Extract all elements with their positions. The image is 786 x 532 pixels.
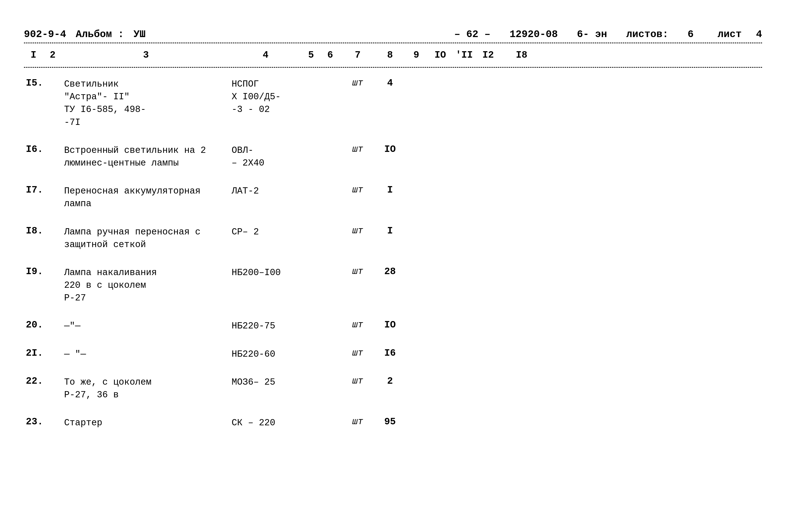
row-23-col5 — [301, 416, 321, 417]
row-16-col5 — [301, 143, 321, 145]
row-18-col6 — [321, 225, 340, 227]
row-17-col12 — [476, 184, 500, 186]
row-18-col2 — [43, 225, 62, 227]
row-19-col13 — [500, 265, 543, 267]
row-17-unit: шт — [340, 184, 376, 196]
row-22-col6 — [321, 375, 340, 377]
row-21-col12 — [476, 347, 500, 349]
row-18-description: Лампа ручная переносная с защитной сетко… — [62, 225, 230, 252]
row-16-col6 — [321, 143, 340, 145]
row-16-col12 — [476, 143, 500, 145]
row-21-col9 — [404, 347, 428, 349]
row-18-col12 — [476, 225, 500, 227]
row-16-unit: шт — [340, 143, 376, 155]
row-15-col10 — [428, 77, 452, 79]
row-17-col9 — [404, 184, 428, 186]
row-21-type: НБ220-60 — [230, 347, 301, 362]
row-19-quantity: 28 — [376, 265, 404, 278]
row-18-unit: шт — [340, 225, 376, 237]
row-15-description: Светильник"Астра"- II"ТУ I6-585, 498--7I — [62, 77, 230, 130]
page-num: – 62 – — [454, 29, 490, 40]
row-17-quantity: I — [376, 184, 404, 196]
row-23-col13 — [500, 416, 543, 417]
row-16-quantity: IO — [376, 143, 404, 156]
row-22-col10 — [428, 375, 452, 377]
col-header-5: 5 — [301, 49, 321, 62]
row-22-quantity: 2 — [376, 375, 404, 388]
album-label: Альбом : — [76, 29, 124, 40]
row-15-unit: шт — [340, 77, 376, 89]
row-17-col13 — [500, 184, 543, 186]
row-15-num: I5. — [24, 77, 43, 90]
row-20-col11 — [452, 319, 476, 321]
row-20-col10 — [428, 319, 452, 321]
row-20-unit: шт — [340, 319, 376, 331]
row-18-col13 — [500, 225, 543, 227]
row-17-col6 — [321, 184, 340, 186]
row-18-col10 — [428, 225, 452, 227]
row-21-col2 — [43, 347, 62, 349]
row-20-col6 — [321, 319, 340, 321]
row-19-col12 — [476, 265, 500, 267]
row-19-col6 — [321, 265, 340, 267]
row-15-col13 — [500, 77, 543, 79]
row-23-col6 — [321, 416, 340, 417]
edition: 6- эн — [577, 29, 607, 40]
row-17-col10 — [428, 184, 452, 186]
doc-number: 902-9-4 — [24, 29, 66, 40]
row-23-col2 — [43, 416, 62, 417]
row-17-type: ЛАТ-2 — [230, 184, 301, 198]
row-19-num: I9. — [24, 265, 43, 278]
row-20-description: —″— — [62, 319, 230, 333]
row-23-quantity: 95 — [376, 416, 404, 428]
sheet-num: 4 — [756, 29, 762, 40]
row-22-description: То же, с цоколемР-27, 36 в — [62, 375, 230, 402]
row-19-unit: шт — [340, 265, 376, 277]
row-20-col5 — [301, 319, 321, 321]
row-19-type: НБ200–I00 — [230, 265, 301, 280]
col-header-9: 9 — [404, 49, 428, 62]
row-19-col9 — [404, 265, 428, 267]
row-15-quantity: 4 — [376, 77, 404, 90]
row-22-col11 — [452, 375, 476, 377]
row-21-col6 — [321, 347, 340, 349]
row-23-col10 — [428, 416, 452, 417]
row-22-type: МОЗ6– 25 — [230, 375, 301, 389]
row-16-col2 — [43, 143, 62, 145]
col-header-4: 4 — [230, 49, 301, 62]
col-header-7: 7 — [340, 49, 376, 62]
row-15-type: НСПОГХ I00/Д5--3 - 02 — [230, 77, 301, 117]
row-15-col9 — [404, 77, 428, 79]
col-header-10: IO — [428, 49, 452, 62]
row-17-col5 — [301, 184, 321, 186]
row-23-col11 — [452, 416, 476, 417]
row-21-description: — ″— — [62, 347, 230, 362]
table-row: I7. Переносная аккумуляторная лампа ЛАТ-… — [24, 182, 762, 213]
row-18-col9 — [404, 225, 428, 227]
table-row: 23. Стартер СК – 220 шт 95 — [24, 414, 762, 432]
row-20-type: НБ220-75 — [230, 319, 301, 333]
row-23-col9 — [404, 416, 428, 417]
row-19-col11 — [452, 265, 476, 267]
row-20-col13 — [500, 319, 543, 321]
row-18-col11 — [452, 225, 476, 227]
row-16-col11 — [452, 143, 476, 145]
row-15-col12 — [476, 77, 500, 79]
table-row: I5. Светильник"Астра"- II"ТУ I6-585, 498… — [24, 75, 762, 132]
row-15-col6 — [321, 77, 340, 79]
row-19-col10 — [428, 265, 452, 267]
row-19-col2 — [43, 265, 62, 267]
table-row: 22. То же, с цоколемР-27, 36 в МОЗ6– 25 … — [24, 373, 762, 404]
row-22-num: 22. — [24, 375, 43, 388]
row-22-col5 — [301, 375, 321, 377]
sheet-label: листов: — [626, 29, 668, 40]
row-18-col5 — [301, 225, 321, 227]
row-23-description: Стартер — [62, 416, 230, 430]
row-21-col5 — [301, 347, 321, 349]
row-15-col11 — [452, 77, 476, 79]
col-header-6: 6 — [321, 49, 340, 62]
row-20-col12 — [476, 319, 500, 321]
row-21-quantity: I6 — [376, 347, 404, 360]
table-body: I5. Светильник"Астра"- II"ТУ I6-585, 498… — [24, 75, 762, 432]
drawing-num: 12920-08 — [510, 29, 558, 40]
